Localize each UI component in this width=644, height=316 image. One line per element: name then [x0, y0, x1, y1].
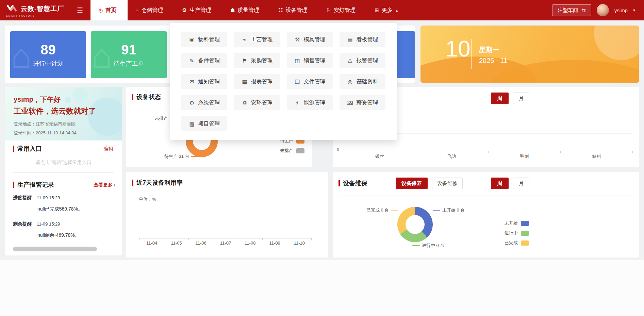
axis-label: 11-09 — [262, 240, 287, 246]
warehouse-icon: ⌂ — [135, 7, 138, 13]
utilization-panel: 近7天设备利用率 单位：% 11-04 11-05 11-06 11-07 11… — [126, 172, 328, 257]
month-toggle-button[interactable]: 月 — [513, 93, 529, 104]
menu-item[interactable]: ▦ 报表管理 — [234, 74, 280, 89]
axis-label: 飞边 — [416, 153, 489, 160]
nav-item[interactable]: ☗ 质量管理 — [222, 0, 270, 20]
menu-item-label: 模具管理 — [304, 36, 326, 43]
stat-label: 待生产工单 — [114, 60, 144, 68]
menu-item[interactable]: ▣ 物料管理 — [181, 32, 227, 47]
divider — [13, 172, 114, 173]
stat-label: 进行中计划 — [33, 60, 64, 68]
menu-item[interactable]: ✎ 备件管理 — [181, 53, 227, 68]
notice-icon: ✉ — [189, 79, 195, 85]
date-card: 10 星期一 2025 - 11 — [420, 26, 639, 83]
process-icon: ⚭ — [242, 36, 248, 43]
divider — [471, 39, 472, 69]
legend-item[interactable]: 进行中 — [505, 230, 529, 236]
report-icon: ▦ — [242, 79, 248, 85]
slogan-text: 工业软件，选云数就对了 — [14, 106, 96, 116]
menu-item[interactable]: ▧ 项目管理 — [181, 116, 227, 131]
callout-line — [191, 156, 198, 157]
maintenance-donut — [397, 207, 433, 242]
menu-item-label: 通知管理 — [198, 78, 220, 85]
menu-item-label: 项目管理 — [198, 120, 220, 128]
nav-item[interactable]: ⊞ 更多 ▴ — [367, 0, 406, 20]
nav-item-label: 首页 — [105, 7, 116, 14]
callout-label: 进行中 0 台 — [422, 243, 444, 249]
edit-link[interactable]: 编辑 — [104, 146, 113, 152]
menu-item[interactable]: ◫ 销售管理 — [287, 53, 333, 68]
deco-circle — [88, 98, 122, 136]
week-toggle-button[interactable]: 周 — [491, 93, 509, 104]
nav-item[interactable]: ⚙ 生产管理 — [174, 0, 222, 20]
nav-item-label: 质量管理 — [237, 7, 259, 14]
chevron-down-icon[interactable]: ▾ — [633, 8, 635, 13]
menu-item-label: 采购管理 — [251, 57, 273, 64]
workshop-switch-button[interactable]: 注塑车间 ⇆ — [552, 4, 591, 16]
nav-item-label: 仓储管理 — [141, 7, 163, 14]
record-time: 11-09 15:29 — [37, 221, 60, 227]
nav-tabs: ◴ 首页 ⌂ 仓储管理 ⚙ 生产管理 ☗ 质量管理 ☷ 设备管理 ⚐ 安灯管理 … — [90, 0, 406, 20]
menu-item[interactable]: ◎ 基础资料 — [340, 74, 385, 89]
callout-label: 未开始 0 台 — [442, 207, 465, 213]
menu-item[interactable]: ⚑ 采购管理 — [234, 53, 280, 68]
menu-item-label: 安环管理 — [251, 99, 273, 106]
device-status-title: 设备状态 — [132, 93, 161, 101]
quick-entry-title: 常用入口 — [13, 145, 42, 153]
menu-item[interactable]: ⚒ 模具管理 — [287, 32, 333, 47]
alarm-record: 进度提醒 11-09 15:29 null已完成569.78%。 — [13, 195, 114, 217]
repair-tab-button[interactable]: 设备维修 — [432, 178, 463, 189]
record-type: 进度提醒 — [13, 195, 32, 201]
date-year-month: 2025 - 11 — [479, 57, 507, 65]
donut-callout: 待生产 31 台 — [164, 152, 200, 161]
maintain-tab-button[interactable]: 设备保养 — [396, 178, 428, 189]
purchase-icon: ⚑ — [242, 57, 248, 64]
legend-item[interactable]: 未开始 — [505, 220, 529, 226]
menu-item[interactable]: 123 薪资管理 — [340, 95, 385, 110]
menu-fold-icon[interactable]: ☰ — [77, 6, 83, 14]
legend-label: 未开始 — [505, 220, 518, 226]
axis-label: 缺料 — [561, 153, 633, 160]
deco-circle — [594, 26, 639, 60]
legend-item[interactable]: 未排产 — [280, 148, 304, 154]
welcome-panel: ysimp，下午好 工业软件，选云数就对了 登录地点：江苏省无锡市新吴区 登录时… — [5, 87, 122, 255]
equipment-icon: ☷ — [278, 7, 283, 13]
nav-item[interactable]: ⌂ 仓储管理 — [128, 0, 174, 20]
horizontal-scrollbar[interactable] — [13, 247, 97, 251]
nav-item[interactable]: ⚐ 安灯管理 — [319, 0, 367, 20]
legend-swatch — [521, 240, 529, 246]
nav-item[interactable]: ☷ 设备管理 — [270, 0, 318, 20]
menu-item[interactable]: ♻ 安环管理 — [234, 95, 280, 110]
nav-item[interactable]: ◴ 首页 — [90, 0, 128, 20]
menu-item[interactable]: ✉ 通知管理 — [181, 74, 227, 89]
username[interactable]: ysimp — [614, 7, 628, 13]
date-info: 星期一 2025 - 11 — [479, 45, 507, 65]
menu-item[interactable]: ⚭ 工艺管理 — [234, 32, 280, 47]
legend-label: 已完成 — [505, 240, 518, 246]
menu-item-label: 看板管理 — [357, 36, 378, 43]
view-more-link[interactable]: 查看更多› — [94, 182, 115, 188]
base-data-icon: ◎ — [347, 79, 353, 85]
date-weekday: 星期一 — [479, 45, 507, 54]
menu-item[interactable]: ⚠ 报警管理 — [340, 53, 385, 68]
menu-item-label: 薪资管理 — [357, 99, 378, 106]
menu-item[interactable]: ⚡ 能源管理 — [287, 95, 333, 110]
record-time: 11-09 15:29 — [37, 195, 60, 200]
menu-item[interactable]: ❏ 文件管理 — [287, 74, 333, 89]
menu-item[interactable]: ▤ 看板管理 — [340, 32, 385, 47]
week-toggle-button[interactable]: 周 — [491, 178, 509, 189]
x-axis-ticks — [139, 238, 312, 240]
legend-item[interactable]: 已完成 — [505, 240, 529, 246]
menu-item[interactable]: ⚙ 系统管理 — [181, 95, 227, 110]
divider — [338, 196, 633, 196]
unit-label: 单位：% — [139, 196, 156, 202]
stat-value: 89 — [40, 42, 56, 57]
house-icon: ⌂ — [11, 39, 31, 73]
grid-icon: ⊞ — [375, 7, 379, 13]
user-avatar[interactable] — [597, 4, 609, 16]
sales-icon: ◫ — [294, 57, 301, 64]
app-title: 云数-智慧工厂 — [21, 4, 64, 13]
maintenance-panel: 设备维保 设备保养 设备维修 周 月 已完成 0 台 未开始 0 台 进行中 0… — [333, 172, 639, 257]
month-toggle-button[interactable]: 月 — [513, 178, 529, 189]
record-detail: null剩余-469.78%。 — [37, 232, 114, 238]
